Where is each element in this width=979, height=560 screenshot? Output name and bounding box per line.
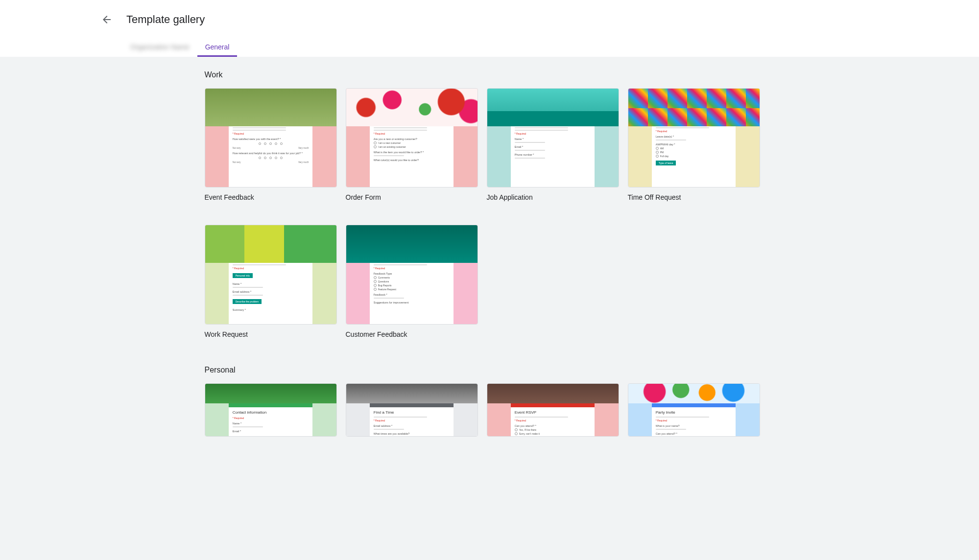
template-thumbnail: Contact information * Required Name * Em… xyxy=(205,383,337,437)
template-thumbnail: Event feedback * Required How satisfied … xyxy=(205,88,337,187)
template-title: Job Application xyxy=(487,193,619,201)
template-card-party-invite[interactable]: Party Invite * Required What is your nam… xyxy=(628,383,760,437)
template-thumbnail: Find a Time * Required Email address * W… xyxy=(346,383,478,437)
template-card-event-feedback[interactable]: Event feedback * Required How satisfied … xyxy=(205,88,337,201)
tab-general[interactable]: General xyxy=(197,39,238,57)
template-card-job-application[interactable]: Job application form * Required Name * E… xyxy=(487,88,619,201)
thumb-form-title: Party Invite xyxy=(656,410,732,415)
template-thumbnail: Time off request form * Required Leave d… xyxy=(628,88,760,187)
template-card-contact-information[interactable]: Contact information * Required Name * Em… xyxy=(205,383,337,437)
template-card-find-a-time[interactable]: Find a Time * Required Email address * W… xyxy=(346,383,478,437)
template-title: Time Off Request xyxy=(628,193,760,201)
arrow-left-icon xyxy=(101,14,113,25)
template-title: Work Request xyxy=(205,330,337,338)
template-thumbnail: Event RSVP * Required Can you attend? * … xyxy=(487,383,619,437)
template-thumbnail: Job application form * Required Name * E… xyxy=(487,88,619,187)
header: Template gallery xyxy=(0,0,979,39)
template-thumbnail: Order Request * Required Are you a new o… xyxy=(346,88,478,187)
grid-work-row2: Work Request * Required Personal info Na… xyxy=(201,225,764,338)
template-card-customer-feedback[interactable]: Customer Feedback * Required Feedback Ty… xyxy=(346,225,478,338)
tab-organization[interactable]: Organization Name xyxy=(122,39,197,57)
grid-work-row1: Event feedback * Required How satisfied … xyxy=(201,88,764,201)
template-card-time-off-request[interactable]: Time off request form * Required Leave d… xyxy=(628,88,760,201)
template-card-work-request[interactable]: Work Request * Required Personal info Na… xyxy=(205,225,337,338)
thumb-form-title: Find a Time xyxy=(374,410,450,415)
template-thumbnail: Party Invite * Required What is your nam… xyxy=(628,383,760,437)
template-title: Order Form xyxy=(346,193,478,201)
template-card-event-rsvp[interactable]: Event RSVP * Required Can you attend? * … xyxy=(487,383,619,437)
content-area: Work Event feedback * Required How satis… xyxy=(0,57,979,560)
template-title: Customer Feedback xyxy=(346,330,478,338)
section-title-personal: Personal xyxy=(201,352,764,383)
grid-personal-row1: Contact information * Required Name * Em… xyxy=(201,383,764,437)
thumb-form-title: Contact information xyxy=(233,410,309,415)
template-title: Event Feedback xyxy=(205,193,337,201)
section-title-work: Work xyxy=(201,57,764,88)
tabs: Organization Name General xyxy=(0,39,979,57)
thumb-form-title: Event RSVP xyxy=(515,410,591,415)
template-thumbnail: Customer Feedback * Required Feedback Ty… xyxy=(346,225,478,324)
back-button[interactable] xyxy=(95,8,119,31)
template-thumbnail: Work Request * Required Personal info Na… xyxy=(205,225,337,324)
page-title: Template gallery xyxy=(126,13,205,26)
template-card-order-form[interactable]: Order Request * Required Are you a new o… xyxy=(346,88,478,201)
